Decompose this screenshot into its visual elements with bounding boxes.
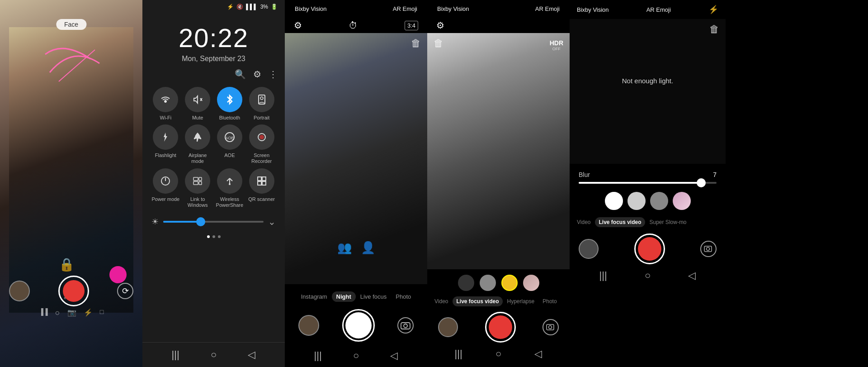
nav-home-icon[interactable]: ○ (495, 348, 501, 360)
link-to-windows-tile[interactable]: Link to Windows (184, 168, 212, 208)
nav-back-icon[interactable]: ◁ (688, 270, 696, 281)
wifi-tile[interactable]: Wi-Fi (151, 87, 180, 121)
ar-emoji-button[interactable]: AR Emoji (390, 5, 420, 13)
shutter-row (570, 230, 726, 266)
panel-live-focus-video: Bixby Vision AR Emoji ⚙ 🗑 HDR OFF Video … (427, 0, 570, 367)
svg-rect-11 (193, 181, 198, 185)
svg-rect-10 (199, 177, 202, 181)
nav-home-icon[interactable]: ○ (353, 350, 359, 362)
camera-switch-icon[interactable] (397, 317, 414, 334)
panel-live-focus-video-dark: Bixby Vision AR Emoji ⚡ Not enough light… (570, 0, 726, 367)
record-button[interactable] (634, 234, 665, 264)
photo-mode[interactable]: Photo (539, 296, 560, 306)
live-focus-mode[interactable]: Live focus (356, 291, 392, 302)
gallery-thumbnail[interactable] (579, 239, 599, 259)
airplane-tile[interactable]: Airplane mode (184, 124, 212, 164)
nav-back-icon[interactable]: ◁ (390, 350, 398, 362)
hyperlapse-mode[interactable]: Hyperlapse (504, 296, 538, 306)
video-mode[interactable]: Video (573, 217, 594, 227)
camera-switch-icon[interactable] (700, 241, 717, 257)
camera-switch-icon[interactable]: ⟳ (117, 283, 133, 299)
live-focus-video-mode[interactable]: Live focus video (453, 296, 502, 306)
camera-mode-switcher: Instagram Night Live focus Photo (285, 289, 427, 305)
ar-emoji-button[interactable]: AR Emoji (533, 5, 562, 13)
brightness-expand-icon[interactable]: ⌄ (268, 216, 276, 227)
wifi-label: Wi-Fi (160, 115, 172, 121)
effect-pink[interactable] (523, 275, 539, 291)
effect-selector-row (570, 187, 726, 214)
settings-icon[interactable]: ⚙ (436, 20, 444, 31)
bixby-vision-button[interactable]: Bixby Vision (292, 5, 330, 13)
mute-tile[interactable]: Mute (184, 87, 212, 121)
brightness-track[interactable] (163, 221, 264, 223)
wireless-powershare-label: Wireless PowerShare (216, 196, 244, 208)
group-people-icon[interactable]: 👥 (337, 241, 352, 255)
instagram-mode[interactable]: Instagram (297, 291, 332, 302)
camera-switch-icon[interactable] (542, 319, 559, 335)
settings-icon[interactable]: ⚙ (253, 69, 261, 80)
aspect-ratio-button[interactable]: 3:4 (405, 21, 418, 30)
gallery-thumbnail[interactable] (438, 317, 458, 337)
effect-dark[interactable] (458, 275, 474, 291)
delete-icon[interactable]: 🗑 (709, 24, 719, 35)
settings-icon[interactable]: ⚙ (294, 20, 302, 31)
more-options-icon[interactable]: ⋮ (269, 69, 278, 80)
bluetooth-tile[interactable]: Bluetooth (216, 87, 244, 121)
nav-back-icon[interactable]: ◁ (248, 349, 255, 361)
gallery-thumbnail[interactable] (298, 315, 319, 336)
qr-scanner-tile[interactable]: QR scanner (247, 168, 276, 208)
gallery-thumbnail[interactable] (9, 281, 30, 301)
shutter-button[interactable] (342, 309, 375, 342)
flash-icon[interactable]: ⚡ (708, 5, 718, 14)
ar-emoji-button[interactable]: AR Emoji (646, 6, 671, 13)
power-mode-tile[interactable]: Power mode (151, 168, 180, 208)
photo-mode[interactable]: Photo (391, 291, 415, 302)
camera-second-bar: ⚙ ⏱ 3:4 (285, 18, 427, 33)
timer-icon[interactable]: ⏱ (349, 20, 358, 31)
nav-recents-icon[interactable]: ||| (455, 348, 462, 360)
blur-control: Blur 7 (570, 164, 726, 187)
shutter-button[interactable] (58, 276, 89, 306)
clock-date: Mon, September 23 (142, 55, 285, 63)
search-icon[interactable]: 🔍 (235, 69, 246, 80)
nav-home-icon[interactable]: ○ (211, 349, 217, 361)
portrait-tile[interactable]: Portrait (247, 87, 276, 121)
live-focus-video-mode[interactable]: Live focus video (595, 217, 645, 227)
delete-icon[interactable]: 🗑 (434, 38, 443, 49)
super-slow-mo-mode[interactable]: Super Slow-mo (646, 217, 690, 227)
nav-recents-icon[interactable]: ||| (172, 349, 179, 361)
page-dots (142, 232, 285, 242)
aoe-tile[interactable]: AOE AOE (216, 124, 244, 164)
navigation-bar: ||| ○ ◁ (427, 344, 570, 364)
brightness-fill (163, 221, 198, 223)
wireless-powershare-tile[interactable]: Wireless PowerShare (216, 168, 244, 208)
bixby-vision-button[interactable]: Bixby Vision (434, 5, 472, 13)
navigation-bar: ||| ○ ◁ (570, 266, 726, 286)
effect-gray[interactable] (650, 192, 668, 210)
svg-point-21 (549, 326, 552, 329)
video-mode[interactable]: Video (431, 296, 452, 306)
nav-home-icon[interactable]: ○ (645, 270, 651, 281)
delete-icon[interactable]: 🗑 (411, 38, 421, 49)
effect-light-gray[interactable] (627, 192, 646, 210)
blur-slider[interactable] (579, 182, 717, 184)
svg-rect-18 (401, 323, 410, 329)
effect-gray[interactable] (480, 275, 496, 291)
screen-recorder-tile[interactable]: Screen Recorder (247, 124, 276, 164)
bixby-vision-button[interactable]: Bixby Vision (577, 6, 609, 13)
svg-point-23 (707, 248, 710, 251)
person-icon[interactable]: 👤 (361, 241, 375, 255)
flashlight-tile[interactable]: Flashlight (151, 124, 180, 164)
blur-slider-fill (579, 182, 703, 184)
nav-back-icon[interactable]: ◁ (534, 348, 542, 360)
qr-scanner-label: QR scanner (248, 196, 275, 202)
effect-white[interactable] (605, 192, 623, 210)
record-indicator (63, 280, 85, 302)
record-button[interactable] (485, 312, 516, 343)
effect-yellow[interactable] (501, 275, 518, 291)
nav-recents-icon[interactable]: ||| (599, 270, 607, 281)
effect-pink[interactable] (673, 192, 691, 210)
nav-recents-icon[interactable]: ||| (314, 350, 322, 362)
hdr-label: HDR (550, 39, 563, 47)
night-mode[interactable]: Night (332, 291, 356, 302)
